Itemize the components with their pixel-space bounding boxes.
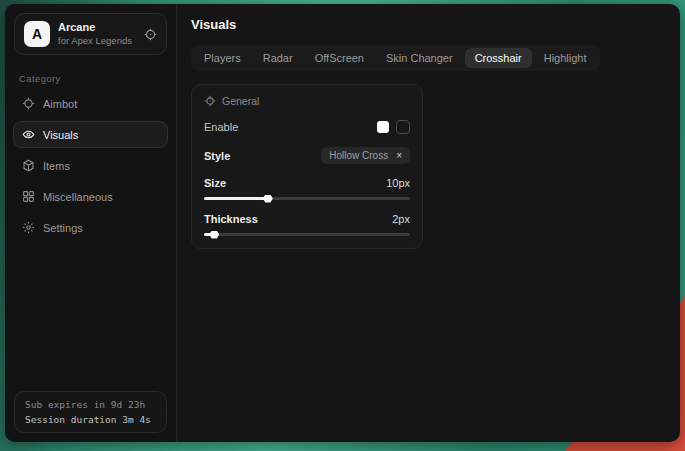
general-panel: General Enable Style Hollow Cross × (191, 84, 423, 249)
size-row: Size 10px (204, 177, 410, 200)
sidebar-item-miscellaneous[interactable]: Miscellaneous (13, 183, 168, 210)
thickness-slider-thumb[interactable] (209, 231, 219, 239)
sidebar-item-label: Miscellaneous (43, 191, 113, 203)
tab-skin-changer[interactable]: Skin Changer (376, 48, 463, 68)
sub-expires-text: Sub expires in 9d 23h (25, 399, 156, 410)
thickness-label: Thickness (204, 213, 258, 225)
sidebar-nav: Aimbot Visuals Items (5, 90, 176, 241)
crosshair-color-swatch[interactable] (377, 121, 389, 133)
crosshair-icon (22, 97, 35, 110)
enable-label: Enable (204, 121, 238, 133)
enable-row: Enable (204, 120, 410, 134)
sidebar-item-visuals[interactable]: Visuals (13, 121, 168, 148)
app-window: A Arcane for Apex Legends Category (5, 4, 680, 442)
main-content: Visuals Players Radar OffScreen Skin Cha… (177, 4, 680, 442)
sidebar: A Arcane for Apex Legends Category (5, 4, 177, 442)
thickness-value: 2px (392, 213, 410, 225)
sidebar-item-items[interactable]: Items (13, 152, 168, 179)
tab-players[interactable]: Players (194, 48, 251, 68)
thickness-slider[interactable] (204, 233, 410, 236)
style-select-chip[interactable]: Hollow Cross × (321, 147, 410, 164)
gear-icon (22, 221, 35, 234)
sidebar-item-label: Items (43, 160, 70, 172)
style-row: Style Hollow Cross × (204, 147, 410, 164)
general-panel-header: General (204, 95, 410, 107)
app-logo: A (24, 21, 50, 47)
page-title: Visuals (191, 17, 666, 32)
sidebar-spacer (5, 241, 176, 382)
sidebar-item-aimbot[interactable]: Aimbot (13, 90, 168, 117)
close-icon[interactable]: × (396, 151, 402, 161)
enable-checkbox[interactable] (396, 120, 410, 134)
tab-crosshair[interactable]: Crosshair (465, 48, 532, 68)
grid-icon (22, 190, 35, 203)
category-label: Category (19, 73, 162, 84)
size-value: 10px (386, 177, 410, 189)
sidebar-item-settings[interactable]: Settings (13, 214, 168, 241)
sidebar-item-label: Settings (43, 222, 83, 234)
app-title: Arcane (58, 21, 136, 35)
tab-radar[interactable]: Radar (253, 48, 303, 68)
size-slider[interactable] (204, 197, 410, 200)
crosshair-icon (204, 95, 216, 107)
tab-offscreen[interactable]: OffScreen (305, 48, 374, 68)
style-selected-value: Hollow Cross (329, 150, 388, 161)
size-slider-thumb[interactable] (263, 195, 273, 203)
enable-controls (377, 120, 410, 134)
box-icon (22, 159, 35, 172)
sidebar-item-label: Aimbot (43, 98, 77, 110)
thickness-row: Thickness 2px (204, 213, 410, 236)
target-icon[interactable] (144, 28, 157, 41)
panel-title: General (222, 95, 259, 107)
size-slider-fill (204, 197, 266, 200)
style-label: Style (204, 150, 230, 162)
session-duration-text: Session duration 3m 4s (25, 414, 156, 425)
session-info-card: Sub expires in 9d 23h Session duration 3… (14, 391, 167, 433)
app-subtitle: for Apex Legends (58, 35, 136, 47)
brand-text: Arcane for Apex Legends (58, 21, 136, 47)
tab-highlight[interactable]: Highlight (534, 48, 597, 68)
sidebar-item-label: Visuals (43, 129, 78, 141)
brand-card: A Arcane for Apex Legends (14, 13, 167, 55)
visuals-tabbar: Players Radar OffScreen Skin Changer Cro… (191, 45, 600, 71)
size-label: Size (204, 177, 226, 189)
eye-icon (22, 128, 35, 141)
